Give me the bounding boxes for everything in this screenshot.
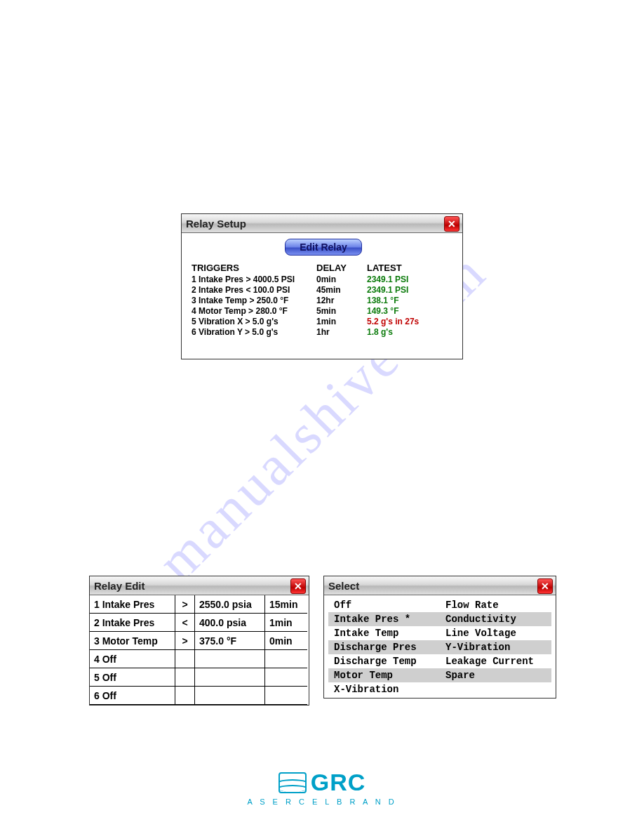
table-row[interactable]: 5 Off <box>90 668 309 687</box>
table-row[interactable]: 3 Motor Temp > 375.0 °F 0min <box>90 632 309 650</box>
relay-setup-titlebar: Relay Setup ✕ <box>182 214 462 233</box>
relay-setup-title: Relay Setup <box>186 218 246 230</box>
row-delay: 15min <box>265 595 307 614</box>
relay-edit-body: 1 Intake Pres > 2550.0 psia 15min 2 Inta… <box>90 595 309 705</box>
delay-line: 0min <box>316 274 367 285</box>
row-val: 400.0 psia <box>195 614 265 632</box>
trigger-line: 4 Motor Temp > 280.0 °F <box>192 306 316 317</box>
list-item[interactable]: X-Vibration <box>328 682 440 696</box>
delay-line: 12hr <box>316 296 367 306</box>
row-delay: 1min <box>265 614 307 632</box>
trigger-line: 3 Intake Temp > 250.0 °F <box>192 296 316 306</box>
table-row[interactable]: 6 Off <box>90 687 309 705</box>
trigger-line: 6 Vibration Y > 5.0 g's <box>192 327 316 338</box>
triggers-column: TRIGGERS 1 Intake Pres > 4000.5 PSI 2 In… <box>192 263 316 338</box>
row-val <box>195 687 265 705</box>
table-row[interactable]: 1 Intake Pres > 2550.0 psia 15min <box>90 595 309 614</box>
trigger-line: 2 Intake Pres < 100.0 PSI <box>192 285 316 296</box>
relay-edit-window: Relay Edit ✕ 1 Intake Pres > 2550.0 psia… <box>89 576 309 706</box>
row-name: 3 Motor Temp <box>90 632 175 650</box>
grc-logo-icon <box>279 772 307 793</box>
logo-row: GRC <box>279 769 366 796</box>
row-name: 4 Off <box>90 650 175 668</box>
list-item[interactable]: Intake Pres * <box>328 612 440 626</box>
row-op <box>175 687 195 705</box>
relay-setup-columns: TRIGGERS 1 Intake Pres > 4000.5 PSI 2 In… <box>192 263 455 338</box>
row-val <box>195 668 265 687</box>
row-val: 2550.0 psia <box>195 595 265 614</box>
row-name: 2 Intake Pres <box>90 614 175 632</box>
latest-header: LATEST <box>367 263 451 273</box>
latest-column: LATEST 2349.1 PSI 2349.1 PSI 138.1 °F 14… <box>367 263 451 338</box>
triggers-header: TRIGGERS <box>192 263 316 273</box>
delay-line: 45min <box>316 285 367 296</box>
row-delay <box>265 668 307 687</box>
list-item[interactable]: Discharge Pres <box>328 640 440 654</box>
select-grid: Off Intake Pres * Intake Temp Discharge … <box>328 598 551 696</box>
trigger-line: 5 Vibration X > 5.0 g's <box>192 317 316 327</box>
row-delay <box>265 687 307 705</box>
close-icon[interactable]: ✕ <box>444 216 459 232</box>
select-col-right: Flow Rate Conductivity Line Voltage Y-Vi… <box>440 598 551 696</box>
list-item[interactable]: Flow Rate <box>440 598 551 612</box>
edit-relay-row: Edit Relay <box>192 239 455 256</box>
table-row[interactable]: 4 Off <box>90 650 309 668</box>
select-col-left: Off Intake Pres * Intake Temp Discharge … <box>328 598 440 696</box>
brand-text: GRC <box>311 769 366 796</box>
select-titlebar: Select ✕ <box>324 576 556 595</box>
select-window: Select ✕ Off Intake Pres * Intake Temp D… <box>323 576 556 699</box>
table-row[interactable]: 2 Intake Pres < 400.0 psia 1min <box>90 614 309 632</box>
row-name: 6 Off <box>90 687 175 705</box>
relay-edit-title: Relay Edit <box>94 580 145 592</box>
edit-relay-button[interactable]: Edit Relay <box>285 239 362 256</box>
delay-line: 1hr <box>316 327 367 338</box>
row-val <box>195 650 265 668</box>
brand-tagline: A S E R C E L B R A N D <box>247 797 396 806</box>
latest-line: 2349.1 PSI <box>367 274 451 285</box>
list-item[interactable]: Intake Temp <box>328 626 440 640</box>
row-delay <box>265 650 307 668</box>
list-item[interactable]: Line Voltage <box>440 626 551 640</box>
delay-column: DELAY 0min 45min 12hr 5min 1min 1hr <box>316 263 367 338</box>
row-op: < <box>175 614 195 632</box>
latest-line: 2349.1 PSI <box>367 285 451 296</box>
relay-setup-body: Edit Relay TRIGGERS 1 Intake Pres > 4000… <box>182 233 462 359</box>
select-title: Select <box>328 580 359 592</box>
relay-setup-window: Relay Setup ✕ Edit Relay TRIGGERS 1 Inta… <box>181 213 463 359</box>
delay-line: 1min <box>316 317 367 327</box>
list-item[interactable]: Y-Vibration <box>440 640 551 654</box>
row-op: > <box>175 595 195 614</box>
relay-edit-titlebar: Relay Edit ✕ <box>90 576 309 595</box>
list-item[interactable]: Conductivity <box>440 612 551 626</box>
row-op <box>175 650 195 668</box>
latest-line: 5.2 g's in 27s <box>367 317 451 327</box>
list-item[interactable]: Spare <box>440 668 551 682</box>
close-icon[interactable]: ✕ <box>537 578 553 594</box>
delay-header: DELAY <box>316 263 367 273</box>
footer-logo: GRC A S E R C E L B R A N D <box>0 769 644 806</box>
row-name: 5 Off <box>90 668 175 687</box>
list-item[interactable]: Leakage Current <box>440 654 551 668</box>
close-icon[interactable]: ✕ <box>290 578 306 594</box>
row-val: 375.0 °F <box>195 632 265 650</box>
trigger-line: 1 Intake Pres > 4000.5 PSI <box>192 274 316 285</box>
row-delay: 0min <box>265 632 307 650</box>
list-item[interactable]: Off <box>328 598 440 612</box>
list-item[interactable]: Discharge Temp <box>328 654 440 668</box>
latest-line: 1.8 g's <box>367 327 451 338</box>
delay-line: 5min <box>316 306 367 317</box>
latest-line: 149.3 °F <box>367 306 451 317</box>
select-body: Off Intake Pres * Intake Temp Discharge … <box>324 595 556 698</box>
latest-line: 138.1 °F <box>367 296 451 306</box>
list-item[interactable]: Motor Temp <box>328 668 440 682</box>
row-op <box>175 668 195 687</box>
row-name: 1 Intake Pres <box>90 595 175 614</box>
row-op: > <box>175 632 195 650</box>
